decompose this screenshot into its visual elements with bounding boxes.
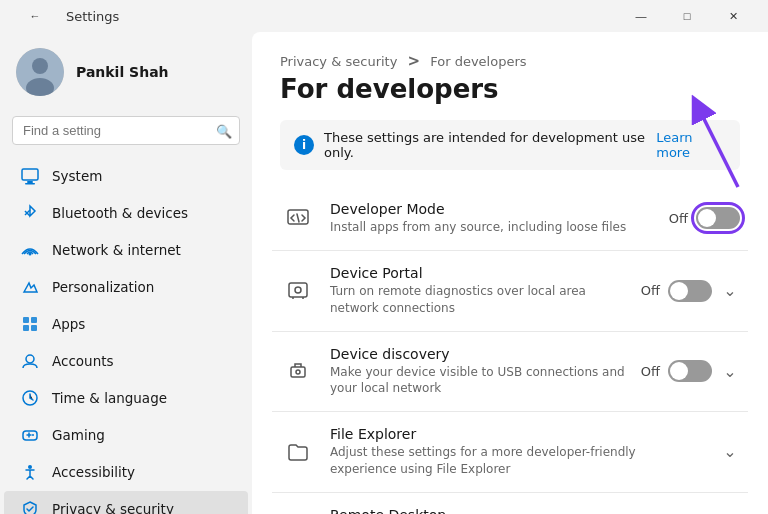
sidebar: Pankil Shah 🔍 System Bluetooth & devices [0, 32, 252, 514]
file-explorer-chevron: ⌄ [720, 442, 740, 461]
user-name: Pankil Shah [76, 64, 169, 80]
device-portal-control: Off ⌄ [641, 280, 740, 302]
sidebar-item-gaming-label: Gaming [52, 427, 105, 443]
device-discovery-label: Off [641, 364, 660, 379]
toggle-thumb-2 [670, 282, 688, 300]
sidebar-item-privacy[interactable]: Privacy & security [4, 491, 248, 514]
sidebar-item-privacy-label: Privacy & security [52, 501, 174, 514]
info-banner: i These settings are intended for develo… [280, 120, 740, 170]
sidebar-item-bluetooth[interactable]: Bluetooth & devices [4, 195, 248, 231]
minimize-button[interactable]: — [618, 0, 664, 32]
search-input[interactable] [12, 116, 240, 145]
svg-rect-3 [22, 169, 38, 180]
sidebar-item-time[interactable]: Time & language [4, 380, 248, 416]
device-discovery-control: Off ⌄ [641, 360, 740, 382]
breadcrumb-link[interactable]: Privacy & security [280, 54, 397, 69]
device-portal-toggle[interactable] [668, 280, 712, 302]
sidebar-item-gaming[interactable]: Gaming [4, 417, 248, 453]
network-icon [20, 240, 40, 260]
device-discovery-chevron: ⌄ [720, 362, 740, 381]
page-title: For developers [280, 74, 740, 104]
title-bar: ← Settings — □ ✕ [0, 0, 768, 32]
device-portal-label: Off [641, 283, 660, 298]
svg-rect-19 [291, 367, 305, 377]
svg-rect-7 [23, 317, 29, 323]
sidebar-item-personalization-label: Personalization [52, 279, 154, 295]
svg-rect-9 [23, 325, 29, 331]
svg-rect-8 [31, 317, 37, 323]
file-explorer-icon [280, 434, 316, 470]
content-header: Privacy & security > For developers For … [252, 32, 768, 120]
info-icon: i [294, 135, 314, 155]
file-explorer-info: File Explorer Adjust these settings for … [330, 426, 706, 478]
main-content: Privacy & security > For developers For … [252, 32, 768, 514]
back-button[interactable]: ← [12, 0, 58, 32]
time-icon [20, 388, 40, 408]
svg-rect-4 [27, 181, 33, 183]
close-button[interactable]: ✕ [710, 0, 756, 32]
gaming-icon [20, 425, 40, 445]
device-portal-icon [280, 273, 316, 309]
device-portal-chevron: ⌄ [720, 281, 740, 300]
setting-remote-desktop[interactable]: Remote Desktop Enable Remote Desktop and… [272, 493, 748, 514]
app-title: Settings [66, 9, 119, 24]
file-explorer-name: File Explorer [330, 426, 706, 442]
sidebar-item-accounts-label: Accounts [52, 353, 114, 369]
developer-mode-control: Off [669, 207, 740, 229]
title-bar-left: ← Settings [12, 0, 119, 32]
device-portal-desc: Turn on remote diagnostics over local ar… [330, 283, 627, 317]
user-profile[interactable]: Pankil Shah [0, 40, 252, 112]
sidebar-item-accessibility[interactable]: Accessibility [4, 454, 248, 490]
search-icon: 🔍 [216, 123, 232, 138]
setting-device-discovery[interactable]: Device discovery Make your device visibl… [272, 332, 748, 413]
sidebar-item-apps[interactable]: Apps [4, 306, 248, 342]
app-body: Pankil Shah 🔍 System Bluetooth & devices [0, 32, 768, 514]
developer-mode-name: Developer Mode [330, 201, 655, 217]
accounts-icon [20, 351, 40, 371]
svg-rect-5 [25, 183, 35, 185]
sidebar-item-system[interactable]: System [4, 158, 248, 194]
sidebar-item-apps-label: Apps [52, 316, 85, 332]
search-box[interactable]: 🔍 [12, 116, 240, 145]
toggle-thumb [698, 209, 716, 227]
file-explorer-desc: Adjust these settings for a more develop… [330, 444, 706, 478]
developer-mode-desc: Install apps from any source, including … [330, 219, 655, 236]
personalization-icon [20, 277, 40, 297]
device-discovery-desc: Make your device visible to USB connecti… [330, 364, 627, 398]
system-icon [20, 166, 40, 186]
breadcrumb-current: For developers [430, 54, 526, 69]
sidebar-item-network[interactable]: Network & internet [4, 232, 248, 268]
device-discovery-toggle[interactable] [668, 360, 712, 382]
svg-rect-17 [289, 283, 307, 297]
sidebar-item-accounts[interactable]: Accounts [4, 343, 248, 379]
setting-device-portal[interactable]: Device Portal Turn on remote diagnostics… [272, 251, 748, 332]
remote-desktop-info: Remote Desktop Enable Remote Desktop and… [330, 507, 706, 514]
developer-mode-icon [280, 200, 316, 236]
device-portal-name: Device Portal [330, 265, 627, 281]
setting-developer-mode[interactable]: Developer Mode Install apps from any sou… [272, 186, 748, 251]
breadcrumb-separator: > [408, 52, 421, 70]
setting-file-explorer[interactable]: File Explorer Adjust these settings for … [272, 412, 748, 493]
file-explorer-control: ⌄ [720, 442, 740, 461]
learn-more-link[interactable]: Learn more [656, 130, 726, 160]
svg-point-18 [295, 287, 301, 293]
sidebar-item-personalization[interactable]: Personalization [4, 269, 248, 305]
title-bar-controls: — □ ✕ [618, 0, 756, 32]
accessibility-icon [20, 462, 40, 482]
svg-rect-10 [31, 325, 37, 331]
maximize-button[interactable]: □ [664, 0, 710, 32]
svg-point-20 [296, 370, 300, 374]
settings-list: Developer Mode Install apps from any sou… [252, 186, 768, 514]
remote-desktop-icon [280, 507, 316, 514]
privacy-icon [20, 499, 40, 514]
sidebar-nav: System Bluetooth & devices Network & int… [0, 157, 252, 514]
sidebar-item-time-label: Time & language [52, 390, 167, 406]
device-portal-info: Device Portal Turn on remote diagnostics… [330, 265, 627, 317]
bluetooth-icon [20, 203, 40, 223]
apps-icon [20, 314, 40, 334]
svg-point-6 [29, 253, 32, 256]
developer-mode-toggle[interactable] [696, 207, 740, 229]
device-discovery-name: Device discovery [330, 346, 627, 362]
info-banner-left: i These settings are intended for develo… [294, 130, 656, 160]
avatar [16, 48, 64, 96]
